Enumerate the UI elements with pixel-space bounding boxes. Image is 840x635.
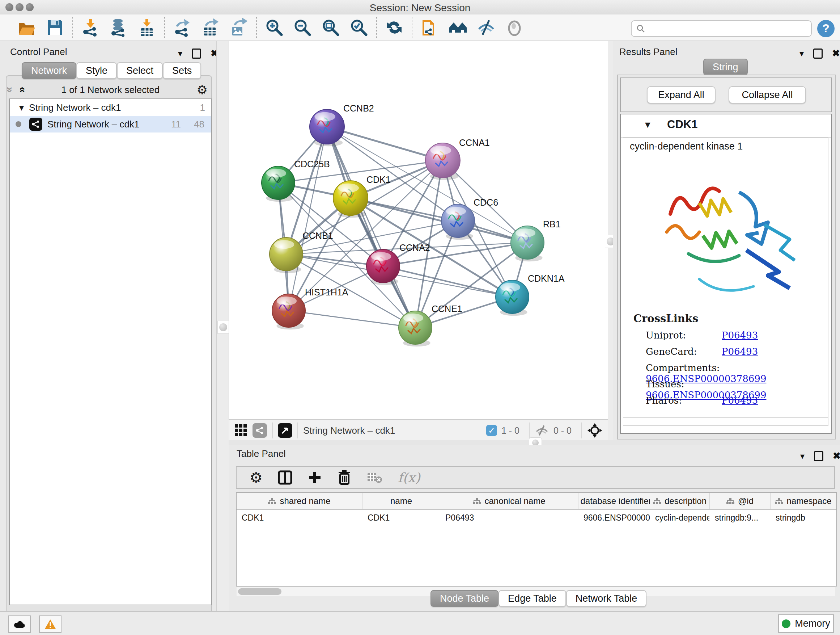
column-header-name[interactable]: name xyxy=(363,493,440,509)
graph-node-CDC25B[interactable] xyxy=(262,166,295,202)
zoom-in-icon[interactable] xyxy=(265,18,284,37)
cloud-button[interactable] xyxy=(8,616,31,633)
tab-style[interactable]: Style xyxy=(76,62,117,79)
crosslink-link[interactable]: P06493 xyxy=(722,346,758,357)
network-selection-text: 1 of 1 Network selected xyxy=(24,84,196,96)
column-header-canonical-name[interactable]: canonical name xyxy=(440,493,578,509)
zoom-out-icon[interactable] xyxy=(293,18,312,37)
export-table-icon[interactable] xyxy=(201,18,220,37)
tab-network-table[interactable]: Network Table xyxy=(566,590,647,607)
zoom-fit-icon[interactable] xyxy=(321,18,340,37)
zoom-selected-icon[interactable] xyxy=(349,18,368,37)
results-panel-float-icon[interactable] xyxy=(813,49,823,59)
graph-node-CCNE1[interactable] xyxy=(399,311,432,347)
help-icon[interactable]: ? xyxy=(817,19,835,38)
delete-table-icon[interactable] xyxy=(367,471,383,484)
section-collapse-icon[interactable]: ▼ xyxy=(643,119,652,130)
graph-node-CDKN1A[interactable] xyxy=(496,280,529,316)
table-cell[interactable]: stringdb:9... xyxy=(710,510,771,526)
table-cell[interactable]: CDK1 xyxy=(363,510,440,526)
eye-icon[interactable] xyxy=(505,18,524,37)
tree-expand-icon[interactable]: ▾ xyxy=(19,102,24,113)
export-network-icon[interactable] xyxy=(173,18,192,37)
column-header--id[interactable]: @id xyxy=(710,493,771,509)
table-cell[interactable]: stringdb xyxy=(771,510,836,526)
import-network-database-icon[interactable] xyxy=(109,18,128,37)
save-session-icon[interactable] xyxy=(46,18,65,37)
network-options-gear-icon[interactable]: ⚙ xyxy=(197,82,208,97)
table-panel-close-icon[interactable]: ✖ xyxy=(833,450,840,462)
houses-icon[interactable] xyxy=(448,18,467,37)
tab-edge-table[interactable]: Edge Table xyxy=(499,590,566,607)
memory-button[interactable]: Memory xyxy=(778,614,834,633)
graph-node-CDC6[interactable] xyxy=(441,204,475,240)
selected-checkbox-icon[interactable]: ✓ xyxy=(486,425,497,436)
open-session-icon[interactable] xyxy=(17,18,36,37)
add-column-icon[interactable] xyxy=(308,470,322,485)
warnings-button[interactable] xyxy=(39,616,62,633)
control-panel-menu-icon[interactable]: ▾ xyxy=(178,49,182,59)
graph-node-label: CDC6 xyxy=(474,197,498,207)
tab-sets[interactable]: Sets xyxy=(163,62,201,79)
graph-node-CDK1[interactable] xyxy=(333,181,368,218)
network-row[interactable]: String Network – cdk1 11 48 xyxy=(10,116,211,133)
results-panel-menu-icon[interactable]: ▾ xyxy=(799,49,804,59)
document-share-icon[interactable] xyxy=(420,18,439,37)
table-cell[interactable]: cyclin-dependent ... xyxy=(650,510,710,526)
results-tab-string[interactable]: String xyxy=(703,59,748,75)
graph-node-CCNA2[interactable] xyxy=(366,249,400,285)
collapse-all-button[interactable]: Collapse All xyxy=(729,86,806,103)
detach-view-icon[interactable] xyxy=(278,423,292,438)
crosslink-link[interactable]: P06493 xyxy=(722,330,758,340)
window-title: Session: New Session xyxy=(0,2,840,14)
table-cell[interactable]: P06493 xyxy=(440,510,578,526)
network-graph[interactable]: CCNB2CCNA1CDC25BCDK1CDC6RB1CCNB1CCNA2CDK… xyxy=(229,41,608,419)
grid-view-icon[interactable] xyxy=(234,424,248,437)
delete-column-icon[interactable] xyxy=(337,470,352,486)
network-canvas[interactable]: CCNB2CCNA1CDC25BCDK1CDC6RB1CCNB1CCNA2CDK… xyxy=(229,41,608,419)
refresh-icon[interactable] xyxy=(385,18,404,37)
column-header-namespace[interactable]: namespace xyxy=(771,493,836,509)
results-panel-close-icon[interactable]: ✖ xyxy=(832,48,840,59)
table-cell[interactable]: 9606.ENSP00000378699 xyxy=(578,510,650,526)
collapse-all-networks-icon[interactable]: » xyxy=(4,87,16,93)
crosslink-link[interactable]: P06493 xyxy=(722,395,758,406)
network-status-dot xyxy=(16,121,21,127)
table-hscrollbar-thumb[interactable] xyxy=(238,588,281,595)
table-panel-float-icon[interactable] xyxy=(814,451,823,461)
import-table-icon[interactable] xyxy=(137,18,156,37)
column-header-description[interactable]: description xyxy=(650,493,710,509)
left-splitter-handle[interactable] xyxy=(218,321,229,334)
control-panel-float-icon[interactable] xyxy=(192,49,201,59)
expand-all-button[interactable]: Expand All xyxy=(647,86,715,103)
column-header-database-identifier[interactable]: database identifier xyxy=(578,493,650,509)
table-cell[interactable]: CDK1 xyxy=(237,510,363,526)
search-input[interactable] xyxy=(645,23,802,35)
graph-node-HIST1H1A[interactable] xyxy=(272,294,305,329)
graph-node-label: HIST1H1A xyxy=(305,287,348,297)
table-panel-menu-icon[interactable]: ▾ xyxy=(800,451,805,461)
eye-slash-icon[interactable] xyxy=(477,18,496,37)
tab-node-table[interactable]: Node Table xyxy=(431,590,499,607)
column-header-shared-name[interactable]: shared name xyxy=(237,493,363,509)
warning-icon xyxy=(44,619,56,629)
network-collection-row[interactable]: ▾ String Network – cdk1 1 xyxy=(10,99,211,116)
import-network-file-icon[interactable] xyxy=(81,18,100,37)
table-settings-gear-icon[interactable]: ⚙ xyxy=(249,469,263,486)
graph-node-CCNB1[interactable] xyxy=(270,238,303,273)
fit-selected-crosshair-icon[interactable] xyxy=(587,423,603,439)
tab-network[interactable]: Network xyxy=(22,62,76,79)
graph-node-CCNA1[interactable] xyxy=(425,143,460,180)
graph-node-RB1[interactable] xyxy=(511,226,544,261)
show-columns-icon[interactable] xyxy=(278,470,292,485)
bottom-splitter[interactable] xyxy=(229,440,840,445)
search-box[interactable] xyxy=(631,20,812,37)
table-row[interactable]: CDK1CDK1P064939606.ENSP00000378699cyclin… xyxy=(237,510,836,526)
function-builder-icon[interactable]: f(x) xyxy=(398,470,420,485)
left-splitter[interactable] xyxy=(216,41,229,611)
tab-select[interactable]: Select xyxy=(117,62,163,79)
export-image-icon[interactable] xyxy=(229,18,248,37)
crosslink-label: Tissues: xyxy=(646,379,722,390)
network-overview-icon[interactable] xyxy=(253,423,267,438)
expand-all-networks-icon[interactable]: » xyxy=(15,87,27,93)
